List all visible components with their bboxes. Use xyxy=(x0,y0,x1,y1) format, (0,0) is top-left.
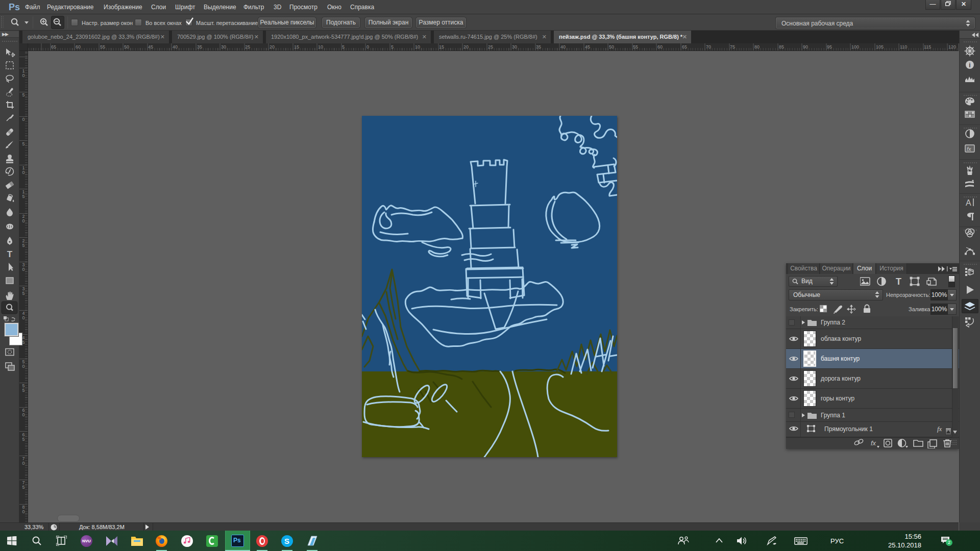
svg-text:fx: fx xyxy=(871,439,876,447)
svg-text:fx: fx xyxy=(967,146,971,152)
svg-text:i: i xyxy=(969,62,970,69)
svg-text:T: T xyxy=(896,277,901,287)
svg-text:A: A xyxy=(966,198,971,207)
svg-text:T: T xyxy=(7,249,13,259)
